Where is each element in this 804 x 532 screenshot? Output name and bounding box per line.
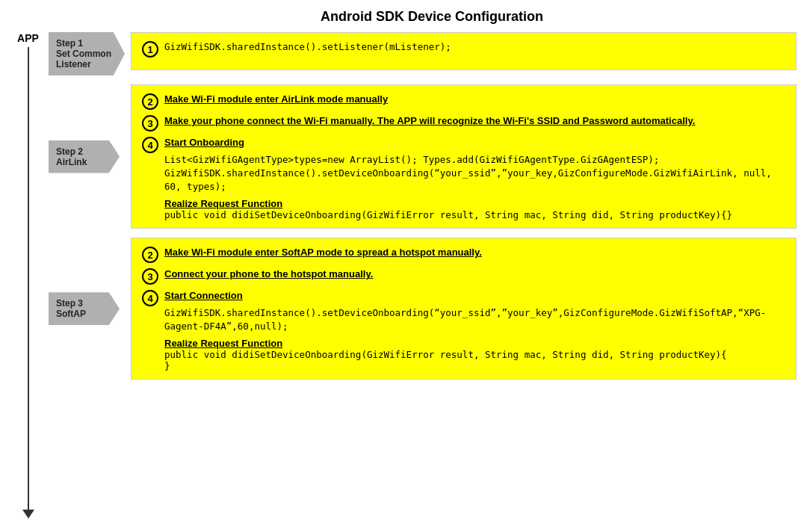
step2-sub-code: List<GizWifiGAgentType>types=new ArrayLi… [164, 153, 785, 194]
step1-name: Set Common Listener [56, 49, 111, 69]
app-label: APP [17, 32, 39, 44]
step3-content-box: 2 Make Wi-Fi module enter SoftAP mode to… [131, 238, 797, 380]
step2-text2: Make Wi-Fi module enter AirLink mode man… [164, 93, 785, 107]
step3-circle2: 2 [142, 247, 158, 263]
step2-row: Step 2 AirLink 2 Make Wi-Fi module enter… [49, 84, 797, 229]
step1-code: GizWifiSDK.sharedInstance().setListener(… [164, 40, 785, 54]
step3-realize-code: public void didiSetDeviceOnboarding(GizW… [164, 349, 785, 371]
step3-circle4: 4 [142, 290, 158, 306]
step2-circle3: 3 [142, 115, 158, 132]
step3-arrow: Step 3 SoftAP [49, 292, 120, 325]
step3-circle3: 3 [142, 268, 158, 285]
step3-label: Step 3 [56, 298, 83, 309]
step2-text4: Start Onboarding List<GizWifiGAgentType>… [164, 136, 785, 194]
step2-content-box: 2 Make Wi-Fi module enter AirLink mode m… [131, 84, 797, 229]
step2-realize-code: public void didiSetDeviceOnboarding(GizW… [164, 209, 785, 220]
arrow-down-icon [22, 510, 34, 519]
step1-label: Step 1 [56, 38, 83, 49]
step2-realize: Realize Request Function public void did… [164, 198, 785, 220]
step3-text3: Connect your phone to the hotspot manual… [164, 267, 785, 282]
step1-circle: 1 [142, 41, 158, 58]
app-column: APP [7, 32, 49, 519]
step1-row: Step 1 Set Common Listener 1 GizWifiSDK.… [49, 32, 797, 75]
step1-content-box: 1 GizWifiSDK.sharedInstance().setListene… [131, 32, 797, 75]
step3-sub-code: GizWifiSDK.sharedInstance().setDeviceOnb… [164, 306, 785, 333]
page-title: Android SDK Device Configuration [60, 0, 804, 32]
step2-circle4: 4 [142, 137, 158, 153]
step3-row: Step 3 SoftAP 2 Make Wi-Fi module enter … [49, 238, 797, 380]
step2-name: AirLink [56, 157, 87, 167]
step2-label: Step 2 [56, 146, 83, 157]
step3-realize: Realize Request Function public void did… [164, 338, 785, 371]
step3-name: SoftAP [56, 309, 86, 319]
step3-text2: Make Wi-Fi module enter SoftAP mode to s… [164, 246, 785, 260]
step2-circle2: 2 [142, 93, 158, 110]
step2-arrow: Step 2 AirLink [49, 140, 120, 173]
step2-realize-label: Realize Request Function [164, 198, 785, 209]
step2-text3: Make your phone connect the Wi-Fi manual… [164, 114, 785, 129]
step1-arrow: Step 1 Set Common Listener [49, 32, 125, 75]
step3-realize-label: Realize Request Function [164, 338, 785, 349]
step3-text4: Start Connection GizWifiSDK.sharedInstan… [164, 289, 785, 333]
